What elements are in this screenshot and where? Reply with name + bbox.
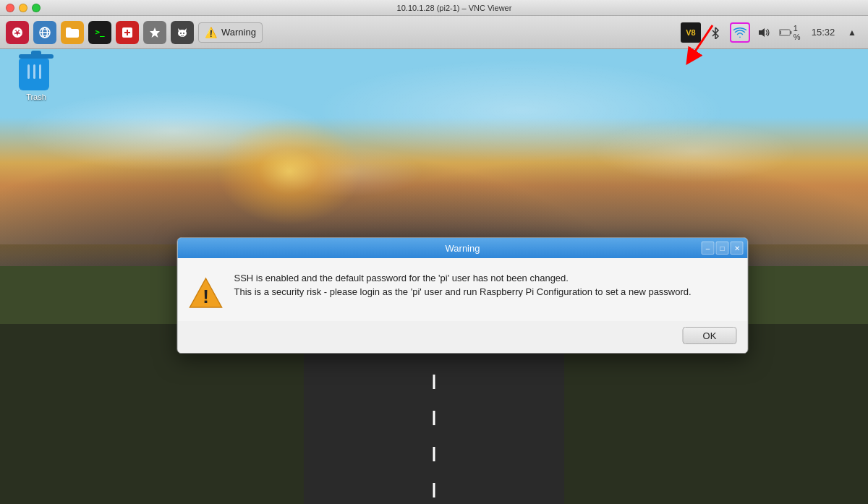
raspberry-menu-icon[interactable] <box>6 21 29 44</box>
desktop: Trash Warning – □ ✕ ! SSH is enabled and… <box>0 49 868 504</box>
svg-point-4 <box>18 33 20 35</box>
close-button[interactable] <box>6 4 14 12</box>
svg-text:!: ! <box>203 286 209 307</box>
dialog-message-line1: SSH is enabled and the default password … <box>234 273 733 283</box>
warning-taskbar-label: Warning <box>221 27 256 38</box>
warning-triangle-icon: ⚠️ <box>205 27 217 38</box>
dialog-close-button[interactable]: ✕ <box>731 242 744 255</box>
svg-point-20 <box>183 33 184 34</box>
trash-label: Trash <box>26 93 46 101</box>
svg-point-6 <box>14 30 17 33</box>
dialog-warning-icon: ! <box>189 276 224 310</box>
menubar: >_ <box>0 16 868 49</box>
trash-body <box>19 59 49 90</box>
dialog-body: ! SSH is enabled and the default passwor… <box>178 258 748 321</box>
svg-rect-24 <box>780 30 781 35</box>
red-app-icon[interactable] <box>116 21 139 44</box>
trash-icon[interactable]: Trash <box>14 56 58 101</box>
dialog-minimize-button[interactable]: – <box>702 242 715 255</box>
terminal-icon[interactable]: >_ <box>88 21 111 44</box>
svg-rect-23 <box>791 30 792 33</box>
globe-icon[interactable] <box>33 21 56 44</box>
window-title: 10.10.1.28 (pi2-1) – VNC Viewer <box>41 4 868 12</box>
keyboard-layout-icon[interactable]: V8 <box>681 22 701 43</box>
trash-lines <box>27 64 41 79</box>
folder-icon[interactable] <box>61 21 84 44</box>
menubar-left: >_ <box>6 21 681 44</box>
dialog-restore-button[interactable]: □ <box>716 242 729 255</box>
svg-point-3 <box>19 30 21 33</box>
volume-icon[interactable] <box>754 22 775 43</box>
dialog-footer: OK <box>178 321 748 353</box>
dialog-controls: – □ ✕ <box>702 242 744 255</box>
menubar-right: V8 <box>681 22 862 43</box>
dialog-titlebar: Warning – □ ✕ <box>178 238 748 258</box>
battery-indicator[interactable]: 1 % <box>779 22 804 43</box>
wolf-icon[interactable] <box>171 21 194 44</box>
minimize-button[interactable] <box>19 4 27 12</box>
dialog-message: SSH is enabled and the default password … <box>234 273 733 297</box>
dialog-message-line2: This is a security risk - please login a… <box>234 286 733 297</box>
warning-dialog: Warning – □ ✕ ! SSH is enabled and the d… <box>177 237 749 354</box>
svg-marker-15 <box>150 27 160 38</box>
dialog-ok-button[interactable]: OK <box>683 327 737 344</box>
svg-marker-21 <box>759 28 765 37</box>
maximize-button[interactable] <box>32 4 41 12</box>
warning-taskbar-item[interactable]: ⚠️ Warning <box>198 22 263 43</box>
traffic-lights <box>0 4 41 12</box>
star-icon[interactable] <box>143 21 166 44</box>
eject-icon[interactable]: ▲ <box>842 22 862 43</box>
clock: 15:32 <box>809 22 838 43</box>
svg-point-2 <box>17 29 19 31</box>
bluetooth-icon[interactable] <box>705 22 726 43</box>
wifi-icon[interactable] <box>730 22 750 43</box>
svg-point-5 <box>15 33 17 35</box>
svg-point-19 <box>180 33 182 34</box>
title-bar: 10.10.1.28 (pi2-1) – VNC Viewer <box>0 0 868 16</box>
dialog-title: Warning <box>446 243 480 254</box>
